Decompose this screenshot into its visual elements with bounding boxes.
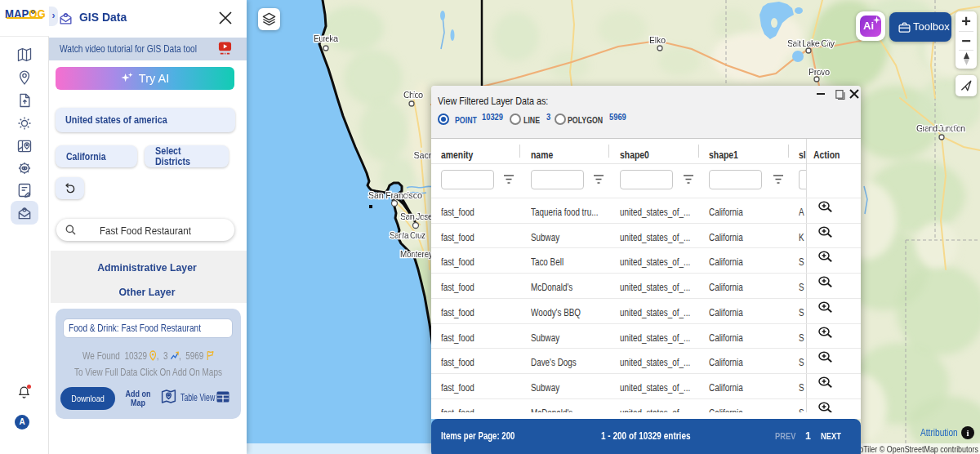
- svg-text:San Jose: San Jose: [400, 211, 433, 221]
- svg-text:Salt Lake City: Salt Lake City: [787, 38, 835, 48]
- svg-text:Monterey: Monterey: [400, 250, 433, 259]
- svg-text:Eureka: Eureka: [314, 33, 339, 43]
- svg-text:Elko: Elko: [649, 35, 666, 45]
- svg-text:Santa Cruz: Santa Cruz: [390, 231, 425, 240]
- svg-text:Grand Junction: Grand Junction: [916, 123, 965, 133]
- svg-text:San Francisco: San Francisco: [368, 190, 422, 200]
- svg-text:Provo: Provo: [808, 67, 830, 77]
- svg-text:Chico: Chico: [403, 90, 423, 100]
